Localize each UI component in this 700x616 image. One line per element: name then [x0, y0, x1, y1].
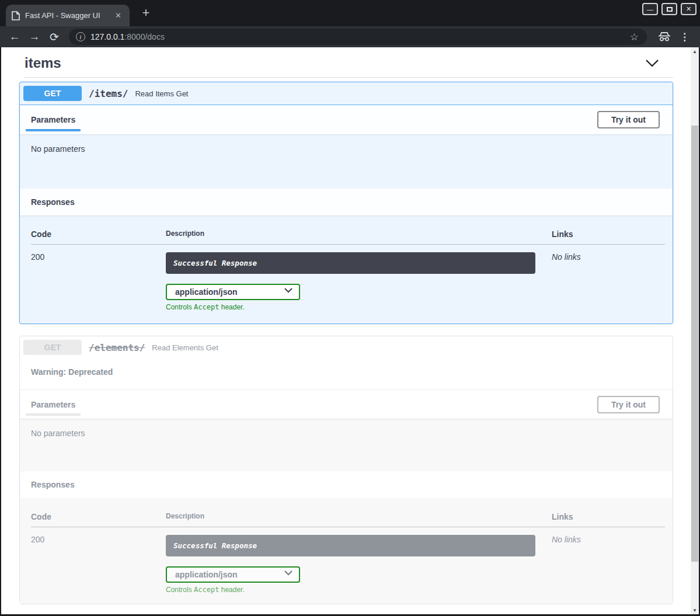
- site-info-icon[interactable]: i: [76, 32, 85, 41]
- accept-note-prefix: Controls: [166, 586, 194, 594]
- select-chevron-icon: [284, 570, 292, 576]
- column-code: Code: [31, 229, 166, 239]
- response-code: 200: [31, 252, 166, 311]
- try-it-out-button[interactable]: Try it out: [597, 111, 660, 128]
- parameters-header: Parameters Try it out: [20, 389, 673, 419]
- accept-header-note: Controls Accept header.: [166, 303, 552, 311]
- accept-note-suffix: header.: [219, 303, 244, 311]
- endpoint-path[interactable]: /elements/: [89, 342, 145, 353]
- media-type-value: application/json: [175, 287, 238, 297]
- column-links: Links: [552, 229, 665, 239]
- scrollbar-thumb[interactable]: [691, 126, 698, 562]
- response-description: Successful Response: [166, 252, 535, 274]
- address-bar[interactable]: i 127.0.0.1:8000/docs ☆: [69, 29, 647, 45]
- parameters-body: No parameters: [20, 134, 673, 189]
- opblock-get-elements-deprecated: GET /elements/ Read Elements Get Warning…: [19, 336, 673, 604]
- media-type-select[interactable]: application/json: [166, 284, 300, 300]
- endpoint-path[interactable]: /items/: [89, 88, 128, 99]
- minimize-button[interactable]: —: [642, 3, 658, 15]
- reload-icon[interactable]: ⟳: [47, 29, 62, 44]
- deprecated-warning: Warning: Deprecated: [20, 359, 673, 389]
- browser-menu-icon[interactable]: ⋮: [676, 31, 693, 43]
- column-code: Code: [31, 512, 166, 521]
- scroll-up-icon[interactable]: ▲: [691, 47, 699, 55]
- section-divider: [25, 77, 673, 78]
- method-badge: GET: [23, 86, 82, 101]
- opblock-summary[interactable]: GET /elements/ Read Elements Get: [20, 336, 673, 359]
- response-links: No links: [552, 252, 665, 311]
- window-close-button[interactable]: ✕: [681, 3, 696, 15]
- chevron-down-icon[interactable]: [645, 59, 659, 67]
- accept-note-prefix: Controls: [166, 303, 194, 311]
- parameters-body: No parameters: [20, 419, 673, 471]
- responses-title: Responses: [31, 197, 75, 207]
- tab-title: Fast API - Swagger UI: [25, 11, 113, 20]
- endpoint-summary: Read Items Get: [135, 89, 188, 98]
- page-scrollbar[interactable]: ▲ ▼: [691, 47, 699, 614]
- browser-window: Fast API - Swagger UI ✕ + — ✕ ← → ⟳ i 12…: [0, 0, 700, 616]
- browser-toolbar: ← → ⟳ i 127.0.0.1:8000/docs ☆ ⋮: [0, 26, 700, 47]
- responses-header: Responses: [20, 189, 673, 215]
- media-type-select[interactable]: application/json: [166, 566, 300, 583]
- accept-note-suffix: header.: [219, 586, 244, 594]
- responses-header: Responses: [20, 471, 673, 498]
- select-chevron-icon: [284, 288, 292, 293]
- swagger-content: items GET /items/ Read Items Get Paramet…: [1, 47, 691, 614]
- back-icon[interactable]: ←: [7, 29, 22, 44]
- url-host: 127.0.0.1: [90, 32, 124, 41]
- url-text: 127.0.0.1:8000/docs: [90, 32, 629, 41]
- responses-body: Code Description Links 200 Successful Re…: [20, 215, 673, 323]
- url-path: :8000/docs: [124, 32, 165, 41]
- opblock-get-items: GET /items/ Read Items Get Parameters Tr…: [19, 82, 673, 324]
- page-viewport: items GET /items/ Read Items Get Paramet…: [1, 47, 699, 614]
- column-description: Description: [166, 512, 552, 521]
- response-description-cell: Successful Response application/json Con…: [166, 535, 552, 594]
- tab-close-icon[interactable]: ✕: [113, 10, 124, 21]
- method-badge: GET: [23, 340, 82, 355]
- response-links: No links: [552, 535, 665, 594]
- responses-body: Code Description Links 200 Successful Re…: [20, 498, 673, 604]
- maximize-icon: [667, 7, 673, 12]
- try-it-out-button[interactable]: Try it out: [597, 396, 660, 413]
- window-controls: — ✕: [642, 3, 696, 15]
- accept-note-mono: Accept: [194, 303, 219, 311]
- endpoint-summary: Read Elements Get: [152, 343, 218, 352]
- responses-table-head: Code Description Links: [31, 215, 665, 245]
- accept-header-note: Controls Accept header.: [166, 586, 552, 594]
- tag-title[interactable]: items: [25, 55, 61, 71]
- media-type-value: application/json: [175, 570, 238, 579]
- maximize-button[interactable]: [661, 3, 677, 15]
- opblock-summary[interactable]: GET /items/ Read Items Get: [20, 82, 673, 105]
- document-icon: [12, 11, 20, 20]
- response-code: 200: [31, 535, 166, 594]
- response-row: 200 Successful Response application/json…: [31, 527, 665, 594]
- parameters-header: Parameters Try it out: [20, 105, 673, 134]
- incognito-icon[interactable]: [658, 31, 671, 43]
- new-tab-button[interactable]: +: [138, 5, 154, 21]
- accept-note-mono: Accept: [194, 586, 219, 594]
- forward-icon[interactable]: →: [27, 29, 42, 44]
- tab-parameters[interactable]: Parameters: [26, 105, 81, 134]
- column-links: Links: [552, 512, 665, 521]
- response-row: 200 Successful Response application/json…: [31, 245, 665, 311]
- no-parameters-text: No parameters: [31, 429, 85, 438]
- response-description-cell: Successful Response application/json Con…: [166, 252, 552, 311]
- bookmark-star-icon[interactable]: ☆: [629, 31, 640, 43]
- scroll-down-icon[interactable]: ▼: [691, 606, 699, 614]
- tab-strip: Fast API - Swagger UI ✕ + — ✕: [0, 0, 700, 26]
- tab-parameters[interactable]: Parameters: [26, 390, 81, 419]
- browser-tab[interactable]: Fast API - Swagger UI ✕: [6, 5, 130, 26]
- tag-section-header[interactable]: items: [25, 55, 668, 71]
- responses-table-head: Code Description Links: [31, 498, 665, 527]
- no-parameters-text: No parameters: [31, 144, 85, 154]
- response-description: Successful Response: [166, 535, 535, 556]
- column-description: Description: [166, 229, 552, 239]
- responses-title: Responses: [31, 480, 75, 489]
